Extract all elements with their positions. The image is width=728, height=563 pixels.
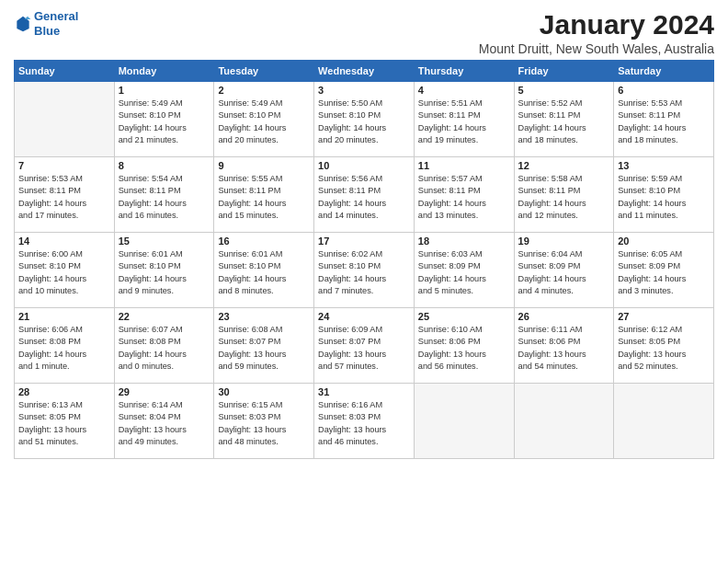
day-number: 3 — [318, 85, 410, 96]
day-cell: 21Sunrise: 6:06 AM Sunset: 8:08 PM Dayli… — [15, 308, 115, 384]
day-info: Sunrise: 6:14 AM Sunset: 8:04 PM Dayligh… — [119, 399, 210, 448]
calendar-subtitle: Mount Druitt, New South Wales, Australia — [479, 41, 714, 56]
day-cell: 17Sunrise: 6:02 AM Sunset: 8:10 PM Dayli… — [314, 233, 415, 308]
day-info: Sunrise: 5:58 AM Sunset: 8:11 PM Dayligh… — [518, 173, 610, 222]
day-info: Sunrise: 6:01 AM Sunset: 8:10 PM Dayligh… — [119, 248, 210, 297]
day-cell: 12Sunrise: 5:58 AM Sunset: 8:11 PM Dayli… — [514, 157, 614, 233]
day-info: Sunrise: 5:53 AM Sunset: 8:11 PM Dayligh… — [18, 173, 110, 222]
day-info: Sunrise: 5:51 AM Sunset: 8:11 PM Dayligh… — [418, 98, 510, 146]
day-number: 17 — [318, 236, 410, 247]
header-sunday: Sunday — [15, 61, 115, 82]
calendar-table: Sunday Monday Tuesday Wednesday Thursday… — [14, 60, 714, 459]
logo-icon — [14, 15, 32, 33]
header-thursday: Thursday — [414, 61, 514, 82]
day-cell: 9Sunrise: 5:55 AM Sunset: 8:11 PM Daylig… — [214, 157, 314, 233]
day-info: Sunrise: 6:12 AM Sunset: 8:05 PM Dayligh… — [618, 324, 710, 373]
title-block: January 2024 Mount Druitt, New South Wal… — [479, 9, 714, 56]
day-info: Sunrise: 5:56 AM Sunset: 8:11 PM Dayligh… — [318, 173, 410, 222]
day-number: 19 — [518, 236, 610, 247]
day-cell: 19Sunrise: 6:04 AM Sunset: 8:09 PM Dayli… — [514, 233, 614, 308]
week-row-4: 28Sunrise: 6:13 AM Sunset: 8:05 PM Dayli… — [15, 384, 714, 459]
day-info: Sunrise: 6:06 AM Sunset: 8:08 PM Dayligh… — [18, 324, 110, 373]
day-info: Sunrise: 6:07 AM Sunset: 8:08 PM Dayligh… — [119, 324, 210, 373]
day-info: Sunrise: 6:10 AM Sunset: 8:06 PM Dayligh… — [418, 324, 510, 373]
day-cell: 1Sunrise: 5:49 AM Sunset: 8:10 PM Daylig… — [114, 82, 214, 157]
day-number: 29 — [119, 386, 210, 397]
day-number: 7 — [18, 160, 110, 171]
week-row-0: 1Sunrise: 5:49 AM Sunset: 8:10 PM Daylig… — [15, 82, 714, 157]
day-number: 16 — [218, 236, 310, 247]
day-number: 18 — [418, 236, 510, 247]
day-info: Sunrise: 5:55 AM Sunset: 8:11 PM Dayligh… — [218, 173, 310, 222]
day-number: 31 — [318, 386, 410, 397]
day-cell: 31Sunrise: 6:16 AM Sunset: 8:03 PM Dayli… — [314, 384, 415, 459]
day-info: Sunrise: 5:57 AM Sunset: 8:11 PM Dayligh… — [418, 173, 510, 222]
header-saturday: Saturday — [614, 61, 714, 82]
day-cell: 29Sunrise: 6:14 AM Sunset: 8:04 PM Dayli… — [114, 384, 214, 459]
logo-line2: Blue — [34, 24, 60, 38]
day-info: Sunrise: 6:00 AM Sunset: 8:10 PM Dayligh… — [18, 248, 110, 297]
day-number: 22 — [119, 311, 210, 322]
page: General Blue January 2024 Mount Druitt, … — [0, 0, 728, 468]
day-number: 12 — [518, 160, 610, 171]
day-cell — [514, 384, 614, 459]
day-number: 9 — [218, 160, 310, 171]
day-cell — [15, 82, 115, 157]
logo-text: General Blue — [34, 9, 78, 38]
day-cell: 7Sunrise: 5:53 AM Sunset: 8:11 PM Daylig… — [15, 157, 115, 233]
day-number: 1 — [119, 85, 210, 96]
day-number: 21 — [18, 311, 110, 322]
day-cell: 22Sunrise: 6:07 AM Sunset: 8:08 PM Dayli… — [114, 308, 214, 384]
day-info: Sunrise: 5:49 AM Sunset: 8:10 PM Dayligh… — [119, 98, 210, 146]
day-number: 6 — [618, 85, 710, 96]
day-number: 28 — [18, 386, 110, 397]
logo-line1: General — [34, 9, 78, 23]
day-info: Sunrise: 6:01 AM Sunset: 8:10 PM Dayligh… — [218, 248, 310, 297]
day-number: 14 — [18, 236, 110, 247]
day-info: Sunrise: 6:08 AM Sunset: 8:07 PM Dayligh… — [218, 324, 310, 373]
day-info: Sunrise: 5:50 AM Sunset: 8:10 PM Dayligh… — [318, 98, 410, 146]
day-cell: 5Sunrise: 5:52 AM Sunset: 8:11 PM Daylig… — [514, 82, 614, 157]
day-cell — [414, 384, 514, 459]
calendar-title: January 2024 — [479, 9, 714, 40]
day-cell: 28Sunrise: 6:13 AM Sunset: 8:05 PM Dayli… — [15, 384, 115, 459]
header-row: Sunday Monday Tuesday Wednesday Thursday… — [15, 61, 714, 82]
day-info: Sunrise: 6:02 AM Sunset: 8:10 PM Dayligh… — [318, 248, 410, 297]
day-number: 8 — [119, 160, 210, 171]
logo: General Blue — [14, 9, 78, 38]
day-info: Sunrise: 5:59 AM Sunset: 8:10 PM Dayligh… — [618, 173, 710, 222]
day-number: 27 — [618, 311, 710, 322]
day-cell: 25Sunrise: 6:10 AM Sunset: 8:06 PM Dayli… — [414, 308, 514, 384]
day-cell: 13Sunrise: 5:59 AM Sunset: 8:10 PM Dayli… — [614, 157, 714, 233]
day-cell: 26Sunrise: 6:11 AM Sunset: 8:06 PM Dayli… — [514, 308, 614, 384]
week-row-1: 7Sunrise: 5:53 AM Sunset: 8:11 PM Daylig… — [15, 157, 714, 233]
day-cell: 23Sunrise: 6:08 AM Sunset: 8:07 PM Dayli… — [214, 308, 314, 384]
day-number: 26 — [518, 311, 610, 322]
day-cell: 8Sunrise: 5:54 AM Sunset: 8:11 PM Daylig… — [114, 157, 214, 233]
day-number: 4 — [418, 85, 510, 96]
header-monday: Monday — [114, 61, 214, 82]
day-info: Sunrise: 6:05 AM Sunset: 8:09 PM Dayligh… — [618, 248, 710, 297]
day-number: 11 — [418, 160, 510, 171]
day-info: Sunrise: 6:16 AM Sunset: 8:03 PM Dayligh… — [318, 399, 410, 448]
calendar-body: 1Sunrise: 5:49 AM Sunset: 8:10 PM Daylig… — [15, 82, 714, 459]
day-info: Sunrise: 6:13 AM Sunset: 8:05 PM Dayligh… — [18, 399, 110, 448]
day-info: Sunrise: 6:04 AM Sunset: 8:09 PM Dayligh… — [518, 248, 610, 297]
day-number: 5 — [518, 85, 610, 96]
day-cell: 10Sunrise: 5:56 AM Sunset: 8:11 PM Dayli… — [314, 157, 415, 233]
day-info: Sunrise: 5:52 AM Sunset: 8:11 PM Dayligh… — [518, 98, 610, 146]
day-cell: 15Sunrise: 6:01 AM Sunset: 8:10 PM Dayli… — [114, 233, 214, 308]
day-cell: 20Sunrise: 6:05 AM Sunset: 8:09 PM Dayli… — [614, 233, 714, 308]
day-cell: 16Sunrise: 6:01 AM Sunset: 8:10 PM Dayli… — [214, 233, 314, 308]
day-cell: 6Sunrise: 5:53 AM Sunset: 8:11 PM Daylig… — [614, 82, 714, 157]
day-number: 24 — [318, 311, 410, 322]
day-number: 20 — [618, 236, 710, 247]
day-cell: 2Sunrise: 5:49 AM Sunset: 8:10 PM Daylig… — [214, 82, 314, 157]
week-row-3: 21Sunrise: 6:06 AM Sunset: 8:08 PM Dayli… — [15, 308, 714, 384]
day-info: Sunrise: 6:09 AM Sunset: 8:07 PM Dayligh… — [318, 324, 410, 373]
day-cell: 30Sunrise: 6:15 AM Sunset: 8:03 PM Dayli… — [214, 384, 314, 459]
header-tuesday: Tuesday — [214, 61, 314, 82]
day-number: 23 — [218, 311, 310, 322]
day-number: 30 — [218, 386, 310, 397]
day-info: Sunrise: 6:03 AM Sunset: 8:09 PM Dayligh… — [418, 248, 510, 297]
